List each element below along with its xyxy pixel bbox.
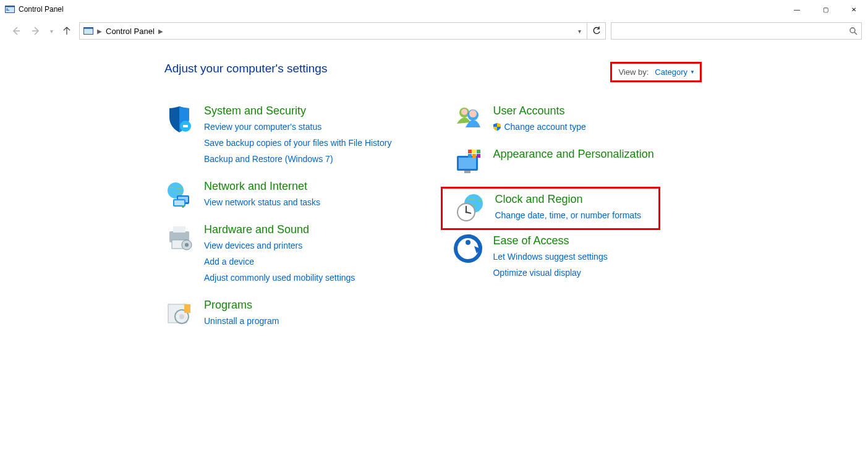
svg-point-24 <box>179 314 184 319</box>
minimize-button[interactable]: — <box>783 0 811 19</box>
category-link[interactable]: Save backup copies of your files with Fi… <box>204 136 391 150</box>
back-button[interactable] <box>6 21 26 41</box>
programs-icon <box>164 298 194 328</box>
category-link[interactable]: Change date, time, or number formats <box>495 208 641 222</box>
svg-point-29 <box>469 110 477 117</box>
address-bar[interactable]: ▶ Control Panel ▶ ▾ <box>79 22 587 40</box>
category-title[interactable]: System and Security <box>204 104 391 117</box>
svg-rect-9 <box>183 125 188 127</box>
svg-point-15 <box>182 205 184 208</box>
svg-rect-31 <box>459 158 476 169</box>
search-input[interactable] <box>615 26 849 36</box>
category-column-left: System and Security Review your computer… <box>164 104 391 341</box>
category-link[interactable]: Optimize visual display <box>493 266 607 280</box>
uac-shield-icon <box>493 122 501 131</box>
users-icon <box>453 104 483 134</box>
window-title: Control Panel <box>19 5 64 14</box>
nav-row: ▾ ▶ Control Panel ▶ ▾ <box>0 19 868 43</box>
view-by-label: View by: <box>618 67 649 77</box>
category-link[interactable]: Change account type <box>504 120 585 134</box>
category-title[interactable]: Network and Internet <box>204 179 320 193</box>
category-title[interactable]: Appearance and Personalization <box>493 147 653 161</box>
svg-point-27 <box>461 109 467 115</box>
svg-rect-33 <box>468 150 472 153</box>
category-appearance-personalization: Appearance and Personalization <box>453 147 653 190</box>
refresh-button[interactable] <box>587 22 606 40</box>
category-programs: Programs Uninstall a program <box>164 298 391 341</box>
svg-rect-34 <box>472 150 476 153</box>
svg-point-20 <box>185 243 189 247</box>
category-title[interactable]: Programs <box>204 298 279 312</box>
svg-rect-17 <box>173 226 185 233</box>
category-system-security: System and Security Review your computer… <box>164 104 391 179</box>
svg-rect-32 <box>464 171 470 173</box>
svg-rect-37 <box>472 154 476 158</box>
category-link[interactable]: Add a device <box>204 255 355 268</box>
category-title[interactable]: Hardware and Sound <box>204 223 355 236</box>
svg-rect-35 <box>477 150 480 153</box>
clock-globe-icon <box>455 192 485 222</box>
category-link[interactable]: View network status and tasks <box>204 195 320 209</box>
svg-rect-2 <box>6 9 8 9</box>
svg-point-6 <box>850 28 855 33</box>
close-button[interactable]: ✕ <box>840 0 868 19</box>
search-box[interactable] <box>611 22 862 40</box>
control-panel-small-icon <box>83 26 93 36</box>
address-dropdown-icon[interactable]: ▾ <box>572 28 587 35</box>
svg-rect-5 <box>84 28 93 29</box>
forward-button[interactable] <box>26 21 46 41</box>
category-ease-of-access: Ease of Access Let Windows suggest setti… <box>453 234 653 293</box>
category-link[interactable]: View devices and printers <box>204 239 355 252</box>
category-column-right: User Accounts Change account type <box>453 104 653 341</box>
ease-of-access-icon <box>453 234 483 263</box>
category-link[interactable]: Backup and Restore (Windows 7) <box>204 152 391 166</box>
category-title[interactable]: Ease of Access <box>493 234 607 247</box>
category-clock-region: Clock and Region Change date, time, or n… <box>441 187 660 230</box>
category-user-accounts: User Accounts Change account type <box>453 104 653 147</box>
breadcrumb-sep-icon: ▶ <box>158 28 163 35</box>
printer-icon <box>164 223 194 252</box>
category-network-internet: Network and Internet View network status… <box>164 179 391 223</box>
maximize-button[interactable]: ▢ <box>811 0 840 19</box>
page-heading: Adjust your computer's settings <box>164 62 868 75</box>
category-title[interactable]: User Accounts <box>493 104 585 117</box>
svg-rect-38 <box>477 154 480 158</box>
search-icon[interactable] <box>849 27 857 35</box>
view-by-value[interactable]: Category ▼ <box>655 67 695 77</box>
recent-locations-button[interactable]: ▾ <box>46 21 57 41</box>
svg-rect-3 <box>6 10 9 11</box>
category-link[interactable]: Review your computer's status <box>204 120 391 134</box>
svg-line-7 <box>854 32 857 35</box>
category-link[interactable]: Let Windows suggest settings <box>493 250 607 263</box>
category-hardware-sound: Hardware and Sound View devices and prin… <box>164 223 391 298</box>
window-controls: — ▢ ✕ <box>783 0 868 19</box>
category-title[interactable]: Clock and Region <box>495 192 641 206</box>
svg-rect-14 <box>174 200 184 205</box>
breadcrumb-sep-icon: ▶ <box>97 28 102 35</box>
svg-rect-25 <box>184 304 190 313</box>
up-button[interactable] <box>57 21 77 41</box>
title-bar: Control Panel — ▢ ✕ <box>0 0 868 19</box>
personalization-icon <box>453 147 483 177</box>
content-area: Adjust your computer's settings View by:… <box>0 43 868 341</box>
chevron-down-icon: ▼ <box>690 69 695 75</box>
svg-rect-36 <box>468 154 472 158</box>
category-link[interactable]: Uninstall a program <box>204 314 279 328</box>
svg-point-43 <box>466 211 467 213</box>
svg-point-45 <box>466 240 470 245</box>
view-by-selector[interactable]: View by: Category ▼ <box>610 62 702 82</box>
breadcrumb-root[interactable]: Control Panel <box>106 27 155 36</box>
control-panel-icon <box>5 4 15 14</box>
shield-icon <box>164 104 194 134</box>
category-link[interactable]: Adjust commonly used mobility settings <box>204 271 355 284</box>
svg-rect-1 <box>6 6 15 7</box>
globe-network-icon <box>164 179 194 209</box>
